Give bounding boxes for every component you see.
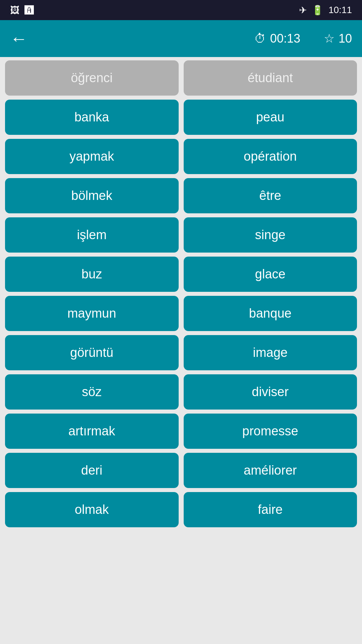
status-bar-left-icons: 🖼 🅰 <box>10 5 34 16</box>
right-word-card-9[interactable]: promesse <box>184 414 357 449</box>
left-word-card-3[interactable]: bölmek <box>5 178 179 213</box>
left-word-card-10[interactable]: deri <box>5 453 179 488</box>
left-column: öğrencibankayapmakbölmekişlembuzmaymungö… <box>5 60 179 527</box>
right-word-card-2[interactable]: opération <box>184 139 357 174</box>
star-count: 10 <box>339 32 352 46</box>
left-word-card-7[interactable]: görüntü <box>5 335 179 370</box>
left-word-card-2[interactable]: yapmak <box>5 139 179 174</box>
right-word-card-1[interactable]: peau <box>184 100 357 135</box>
left-word-card-9[interactable]: artırmak <box>5 414 179 449</box>
right-word-card-4[interactable]: singe <box>184 217 357 253</box>
star-icon: ☆ <box>324 32 335 46</box>
right-word-card-5[interactable]: glace <box>184 257 357 292</box>
timer-icon: ⏱ <box>254 32 266 46</box>
left-word-card-6[interactable]: maymun <box>5 296 179 331</box>
word-grid: öğrencibankayapmakbölmekişlembuzmaymungö… <box>0 57 362 531</box>
timer-section: ⏱ 00:13 <box>254 32 300 46</box>
left-word-card-5[interactable]: buz <box>5 257 179 292</box>
status-bar-right: ✈ 🔋 10:11 <box>299 5 352 16</box>
back-button[interactable]: ← <box>10 30 27 47</box>
left-word-card-0[interactable]: öğrenci <box>5 60 179 96</box>
left-word-card-4[interactable]: işlem <box>5 217 179 253</box>
left-word-card-8[interactable]: söz <box>5 374 179 410</box>
right-column: étudiantpeauopérationêtresingeglacebanqu… <box>184 60 357 527</box>
right-word-card-7[interactable]: image <box>184 335 357 370</box>
left-word-card-1[interactable]: banka <box>5 100 179 135</box>
app-bar: ← ⏱ 00:13 ☆ 10 <box>0 20 362 57</box>
timer-value: 00:13 <box>270 32 300 46</box>
text-icon: 🅰 <box>24 5 34 16</box>
airplane-icon: ✈ <box>299 5 307 16</box>
right-word-card-3[interactable]: être <box>184 178 357 213</box>
right-word-card-6[interactable]: banque <box>184 296 357 331</box>
right-word-card-10[interactable]: améliorer <box>184 453 357 488</box>
image-icon: 🖼 <box>10 5 19 16</box>
time-display: 10:11 <box>328 5 352 15</box>
battery-icon: 🔋 <box>312 5 323 16</box>
left-word-card-11[interactable]: olmak <box>5 492 179 527</box>
right-word-card-0[interactable]: étudiant <box>184 60 357 96</box>
status-bar: 🖼 🅰 ✈ 🔋 10:11 <box>0 0 362 20</box>
right-word-card-8[interactable]: diviser <box>184 374 357 410</box>
right-word-card-11[interactable]: faire <box>184 492 357 527</box>
star-section: ☆ 10 <box>324 32 352 46</box>
